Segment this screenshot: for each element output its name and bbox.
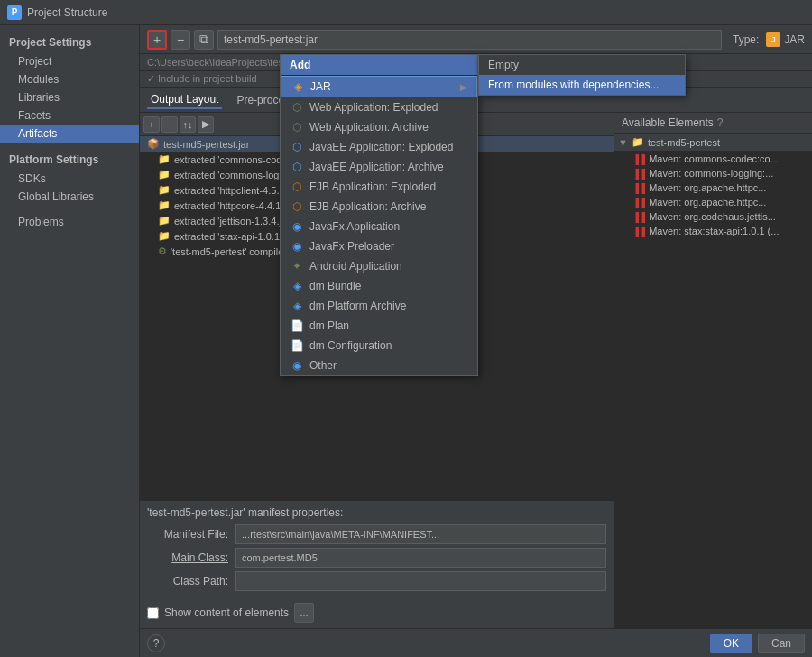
- add-jar-item[interactable]: ◈ JAR ▶: [281, 76, 477, 97]
- available-help-icon[interactable]: ?: [717, 116, 724, 129]
- show-content-row: Show content of elements ...: [140, 597, 614, 628]
- help-button[interactable]: ?: [147, 634, 165, 652]
- ejb-exploded-label: EJB Application: Exploded: [309, 180, 436, 193]
- add-dm-bundle-item[interactable]: ◈ dm Bundle: [281, 276, 477, 296]
- add-ejb-archive-item[interactable]: ⬡ EJB Application: Archive: [281, 197, 477, 217]
- web-archive-label: Web Application: Archive: [309, 121, 429, 134]
- artifact-name-input[interactable]: [217, 30, 722, 50]
- available-header: Available Elements ?: [614, 113, 812, 134]
- dm-bundle-label: dm Bundle: [309, 280, 361, 292]
- main-class-label: Main Class:: [147, 551, 228, 564]
- jar-from-modules-item[interactable]: From modules with dependencies...: [479, 75, 685, 95]
- show-content-ellipsis-button[interactable]: ...: [294, 603, 314, 623]
- remove-artifact-button[interactable]: −: [171, 30, 190, 50]
- javaee-archive-icon: ⬡: [290, 160, 304, 174]
- main-class-input[interactable]: [235, 548, 606, 568]
- manifest-file-row: Manifest File:: [147, 524, 606, 544]
- dm-bundle-icon: ◈: [290, 279, 304, 293]
- remove-element-button[interactable]: −: [161, 116, 178, 133]
- manifest-file-input[interactable]: [235, 524, 606, 544]
- available-item[interactable]: ▐▐ Maven: org.apache.httpc...: [614, 180, 812, 195]
- maven-icon: ▐▐: [632, 227, 645, 236]
- project-settings-label: Project Settings: [0, 32, 139, 52]
- android-icon: ✦: [290, 259, 304, 273]
- ok-button[interactable]: OK: [710, 634, 752, 653]
- available-item[interactable]: ▐▐ Maven: commons-codec:co...: [614, 152, 812, 166]
- show-content-checkbox[interactable]: [147, 607, 159, 619]
- add-web-archive-item[interactable]: ⬡ Web Application: Archive: [281, 117, 477, 137]
- add-dm-plan-item[interactable]: 📄 dm Plan: [281, 316, 477, 336]
- extract-icon: 📁: [158, 169, 171, 180]
- android-label: Android Application: [309, 260, 402, 273]
- move-down-button[interactable]: ▶: [198, 116, 214, 133]
- available-item-label: Maven: stax:stax-api:1.0.1 (...: [649, 226, 779, 236]
- maven-icon: ▐▐: [632, 154, 645, 164]
- cancel-button[interactable]: Can: [758, 634, 805, 653]
- class-path-input[interactable]: [235, 571, 606, 591]
- available-item[interactable]: ▐▐ Maven: stax:stax-api:1.0.1 (...: [614, 224, 812, 238]
- main-class-row: Main Class:: [147, 548, 606, 568]
- add-web-exploded-item[interactable]: ⬡ Web Application: Exploded: [281, 97, 477, 117]
- sidebar-item-facets[interactable]: Facets: [0, 106, 139, 125]
- jar-menu-icon: ◈: [291, 79, 305, 94]
- available-item[interactable]: ▐▐ Maven: org.apache.httpc...: [614, 195, 812, 209]
- web-archive-icon: ⬡: [290, 120, 304, 134]
- available-item-label: Maven: org.apache.httpc...: [649, 182, 766, 193]
- available-item-label: Maven: commons-logging:...: [649, 168, 773, 179]
- available-item-label: Maven: org.codehaus.jettis...: [649, 211, 776, 222]
- available-item[interactable]: ▐▐ Maven: commons-logging:...: [614, 166, 812, 180]
- sidebar-item-global-libraries[interactable]: Global Libraries: [0, 188, 139, 206]
- add-javafx-preloader-item[interactable]: ◉ JavaFx Preloader: [281, 236, 477, 256]
- platform-settings-label: Platform Settings: [0, 150, 139, 170]
- manifest-area: 'test-md5-pertest.jar' manifest properti…: [140, 500, 614, 597]
- add-ejb-exploded-item[interactable]: ⬡ EJB Application: Exploded: [281, 177, 477, 197]
- project-folder-label: test-md5-pertest: [648, 137, 720, 148]
- available-tree-header: ▼ 📁 test-md5-pertest: [614, 134, 812, 152]
- artifact-toolbar: + − ⧉ Type: J JAR: [140, 25, 812, 54]
- type-text: JAR: [784, 33, 805, 46]
- extract-icon: 📁: [158, 153, 171, 165]
- ejb-exploded-icon: ⬡: [290, 180, 304, 194]
- sidebar-item-sdks[interactable]: SDKs: [0, 170, 139, 188]
- available-item-label: Maven: commons-codec:co...: [649, 153, 779, 164]
- jar-label: test-md5-pertest.jar: [163, 139, 249, 150]
- add-javaee-exploded-item[interactable]: ⬡ JavaEE Application: Exploded: [281, 137, 477, 157]
- manifest-form: Manifest File: Main Class: Class Path:: [147, 524, 606, 591]
- copy-artifact-button[interactable]: ⧉: [194, 30, 214, 50]
- maven-icon: ▐▐: [632, 198, 645, 208]
- window-title: Project Structure: [27, 6, 107, 19]
- maven-icon: ▐▐: [632, 212, 645, 222]
- content-area: + − ⧉ Type: J JAR C:\Users\beck\IdeaProj…: [140, 25, 812, 657]
- dm-plan-icon: 📄: [290, 319, 304, 333]
- compile-icon: ⚙: [158, 245, 167, 257]
- sidebar-item-libraries[interactable]: Libraries: [0, 88, 139, 106]
- dm-platform-label: dm Platform Archive: [309, 300, 406, 312]
- available-elements-panel: Available Elements ? ▼ 📁 test-md5-pertes…: [614, 113, 812, 628]
- web-exploded-label: Web Application: Exploded: [309, 101, 438, 114]
- sidebar-item-modules[interactable]: Modules: [0, 70, 139, 88]
- filter-icon: ▼: [618, 137, 628, 148]
- add-artifact-button[interactable]: +: [147, 30, 167, 50]
- add-other-item[interactable]: ◉ Other: [281, 356, 477, 375]
- jar-empty-item[interactable]: Empty: [479, 55, 685, 75]
- add-dm-configuration-item[interactable]: 📄 dm Configuration: [281, 336, 477, 356]
- add-javaee-archive-item[interactable]: ⬡ JavaEE Application: Archive: [281, 157, 477, 177]
- manifest-file-label: Manifest File:: [147, 528, 228, 541]
- add-element-button[interactable]: +: [143, 116, 160, 133]
- move-up-button[interactable]: ↑↓: [180, 116, 196, 133]
- add-popup-menu: Add ◈ JAR ▶ ⬡ Web Application: Exploded …: [280, 54, 478, 376]
- dm-platform-icon: ◈: [290, 299, 304, 313]
- title-bar: P Project Structure: [0, 0, 812, 25]
- sidebar-item-artifacts[interactable]: Artifacts: [0, 125, 139, 143]
- available-item[interactable]: ▐▐ Maven: org.codehaus.jettis...: [614, 209, 812, 224]
- action-buttons: OK Can: [710, 634, 805, 653]
- tab-output-layout[interactable]: Output Layout: [147, 91, 222, 109]
- sidebar-item-problems[interactable]: Problems: [0, 213, 139, 231]
- sidebar-item-project[interactable]: Project: [0, 52, 139, 70]
- add-android-item[interactable]: ✦ Android Application: [281, 256, 477, 276]
- add-javafx-item[interactable]: ◉ JavaFx Application: [281, 217, 477, 236]
- dm-plan-label: dm Plan: [309, 319, 349, 332]
- include-text: ✓ Include in project build: [147, 73, 257, 84]
- add-dm-platform-item[interactable]: ◈ dm Platform Archive: [281, 296, 477, 316]
- other-label: Other: [309, 359, 337, 372]
